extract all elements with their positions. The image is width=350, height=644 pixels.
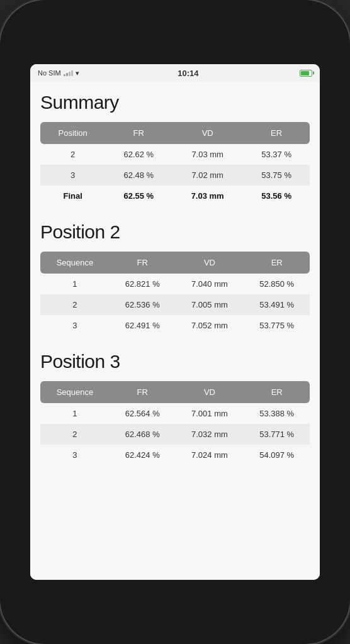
pos3-row2-col3: 7.032 mm: [176, 424, 244, 445]
summary-title: Summary: [40, 92, 310, 113]
position2-section: Position 2 Sequence FR VD ER 1 62.: [40, 221, 310, 336]
pos2-row3-col1: 3: [40, 315, 110, 336]
pos3-row3-col3: 7.024 mm: [176, 445, 244, 465]
table-row: 1 62.821 % 7.040 mm 52.850 %: [40, 274, 310, 294]
pos3-row2-col2: 62.468 %: [110, 424, 176, 445]
status-bar: No SIM ▾ 10:14: [30, 64, 320, 82]
pos3-row1-col3: 7.001 mm: [176, 403, 244, 424]
position3-title: Position 3: [40, 351, 310, 372]
pos2-row1-col4: 52.850 %: [244, 274, 310, 294]
battery-icon: [300, 70, 312, 77]
pos3-row3-col4: 54.097 %: [244, 445, 310, 465]
phone-frame: No SIM ▾ 10:14: [0, 0, 350, 644]
position2-table: Sequence FR VD ER 1 62.821 % 7.040 mm 52…: [40, 252, 310, 336]
pos3-row1-col2: 62.564 %: [110, 403, 176, 424]
time-display: 10:14: [178, 69, 198, 78]
pos2-row1-col2: 62.821 %: [110, 274, 176, 294]
position3-section: Position 3 Sequence FR VD ER 1 62.: [40, 351, 310, 465]
position2-header-row: Sequence FR VD ER: [40, 252, 310, 274]
pos2-row2-col3: 7.005 mm: [176, 294, 244, 315]
pos2-row2-col2: 62.536 %: [110, 294, 176, 315]
pos2-row2-col1: 2: [40, 294, 110, 315]
summary-row2-col4: 53.75 %: [243, 165, 310, 186]
table-row: 3 62.424 % 7.024 mm 54.097 %: [40, 445, 310, 465]
table-row: 1 62.564 % 7.001 mm 53.388 %: [40, 403, 310, 424]
table-row: 2 62.62 % 7.03 mm 53.37 %: [40, 144, 310, 165]
pos3-header-vd: VD: [176, 381, 244, 403]
summary-header-position: Position: [40, 122, 105, 144]
pos2-header-fr: FR: [110, 252, 176, 274]
pos2-header-sequence: Sequence: [40, 252, 110, 274]
status-right: [297, 70, 312, 77]
summary-row1-col4: 53.37 %: [243, 144, 310, 165]
summary-final-vd: 7.03 mm: [172, 186, 243, 206]
summary-table: Position FR VD ER 2 62.62 % 7.03 mm 53.3…: [40, 122, 310, 206]
pos2-row3-col3: 7.052 mm: [176, 315, 244, 336]
signal-icon: [64, 70, 73, 76]
position2-title: Position 2: [40, 221, 310, 243]
pos3-row1-col1: 1: [40, 403, 110, 424]
status-left: No SIM ▾: [38, 69, 79, 77]
summary-header-row: Position FR VD ER: [40, 122, 310, 144]
pos2-header-er: ER: [244, 252, 310, 274]
pos3-header-sequence: Sequence: [40, 381, 110, 403]
summary-final-fr: 62.55 %: [105, 186, 172, 206]
summary-section: Summary Position FR VD ER 2 62.62: [40, 92, 310, 206]
summary-row1-col2: 62.62 %: [105, 144, 172, 165]
pos3-header-er: ER: [244, 381, 310, 403]
battery-fill: [301, 71, 309, 75]
main-content: Summary Position FR VD ER 2 62.62: [30, 82, 320, 580]
pos2-header-vd: VD: [176, 252, 244, 274]
carrier-label: No SIM: [38, 69, 61, 77]
pos3-header-fr: FR: [110, 381, 176, 403]
summary-row2-col1: 3: [40, 165, 105, 186]
summary-row2-col2: 62.48 %: [105, 165, 172, 186]
position3-header-row: Sequence FR VD ER: [40, 381, 310, 403]
pos2-row1-col3: 7.040 mm: [176, 274, 244, 294]
position3-table: Sequence FR VD ER 1 62.564 % 7.001 mm 53…: [40, 381, 310, 465]
table-row: 3 62.48 % 7.02 mm 53.75 %: [40, 165, 310, 186]
summary-header-vd: VD: [172, 122, 243, 144]
pos3-row2-col4: 53.771 %: [244, 424, 310, 445]
summary-header-fr: FR: [105, 122, 172, 144]
table-row: 2 62.468 % 7.032 mm 53.771 %: [40, 424, 310, 445]
summary-row2-col3: 7.02 mm: [172, 165, 243, 186]
wifi-icon: ▾: [76, 69, 79, 77]
pos2-row3-col4: 53.775 %: [244, 315, 310, 336]
summary-header-er: ER: [243, 122, 310, 144]
pos3-row3-col2: 62.424 %: [110, 445, 176, 465]
table-row: 3 62.491 % 7.052 mm 53.775 %: [40, 315, 310, 336]
summary-final-row: Final 62.55 % 7.03 mm 53.56 %: [40, 186, 310, 206]
phone-screen: No SIM ▾ 10:14: [30, 64, 320, 580]
pos2-row3-col2: 62.491 %: [110, 315, 176, 336]
pos2-row2-col4: 53.491 %: [244, 294, 310, 315]
summary-row1-col3: 7.03 mm: [172, 144, 243, 165]
pos3-row3-col1: 3: [40, 445, 110, 465]
pos3-row1-col4: 53.388 %: [244, 403, 310, 424]
summary-final-label: Final: [40, 186, 105, 206]
summary-row1-col1: 2: [40, 144, 105, 165]
pos2-row1-col1: 1: [40, 274, 110, 294]
pos3-row2-col1: 2: [40, 424, 110, 445]
table-row: 2 62.536 % 7.005 mm 53.491 %: [40, 294, 310, 315]
summary-final-er: 53.56 %: [243, 186, 310, 206]
